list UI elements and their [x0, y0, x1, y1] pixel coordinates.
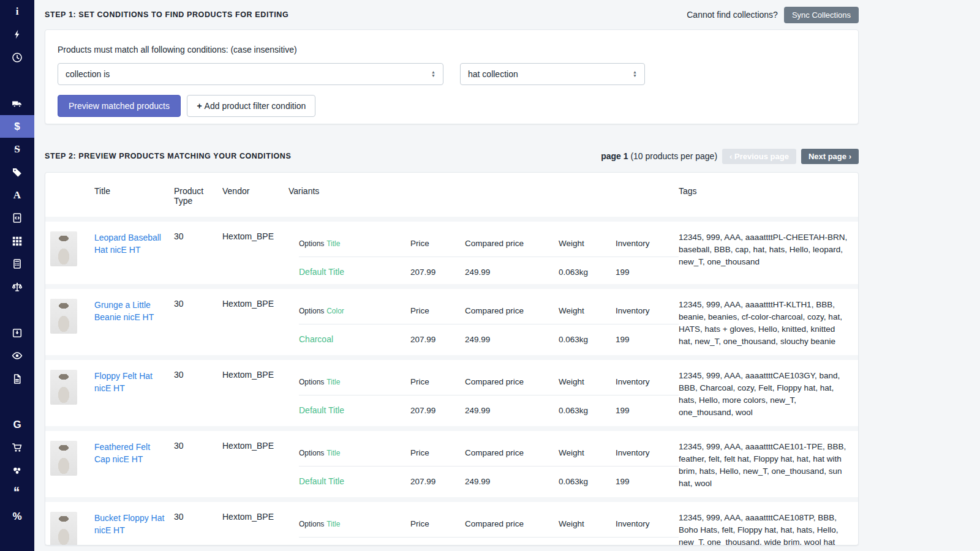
- variants-subtable: Options Title Price Compared price Weigh…: [288, 231, 679, 277]
- truck-icon: [12, 98, 23, 109]
- product-row: Grunge a Little Beanie nicE HT 30 Hextom…: [45, 284, 858, 355]
- sidebar-item-info[interactable]: i: [0, 0, 34, 23]
- sidebar-item-cart[interactable]: [0, 437, 34, 460]
- condition-value-value: hat collection: [468, 69, 518, 79]
- col-header-product-type: Product Type: [174, 186, 222, 206]
- sidebar-item-history[interactable]: [0, 46, 34, 69]
- document-icon: [12, 373, 23, 384]
- sidebar-item-apps-grid[interactable]: [0, 230, 34, 253]
- condition-field-select[interactable]: collection is ▲▼: [58, 63, 443, 85]
- product-vendor: Hextom_BPE: [222, 512, 288, 545]
- option-name: Title: [326, 520, 340, 528]
- chevron-right-icon: ›: [849, 152, 851, 161]
- product-tags: 12345, 999, AAA, aaaattttCAE101-TPE, BBB…: [679, 441, 859, 490]
- sidebar-item-integrations[interactable]: [0, 459, 34, 482]
- product-thumbnail[interactable]: [50, 299, 77, 334]
- conditions-card: Products must match all following condit…: [45, 29, 859, 124]
- app-root: i$SAG,,% STEP 1: SET CONDITIONS TO FIND …: [0, 0, 980, 551]
- sidebar-item-visibility[interactable]: [0, 345, 34, 368]
- select-stepper-icon: ▲▼: [431, 70, 435, 78]
- variants-header-row: Options Title Price Compared price Weigh…: [299, 239, 679, 257]
- previous-page-button[interactable]: ‹ Previous page: [722, 149, 796, 164]
- sidebar-item-testimonials[interactable]: ,,: [0, 482, 34, 506]
- preview-matched-products-button[interactable]: Preview matched products: [58, 95, 181, 117]
- product-title-link[interactable]: Feathered Felt Cap nicE HT: [94, 441, 174, 465]
- conditions-label: Products must match all following condit…: [58, 45, 846, 54]
- product-title-link[interactable]: Bucket Floppy Hat nicE HT: [94, 512, 174, 536]
- variant-row: Charcoal207.99249.990.063kg199: [299, 324, 679, 344]
- quotes-icon: ,,: [15, 487, 20, 500]
- calculator-icon: [12, 258, 23, 269]
- condition-value-select[interactable]: hat collection ▲▼: [460, 63, 645, 85]
- product-vendor: Hextom_BPE: [222, 441, 288, 490]
- sync-collections-button[interactable]: Sync Collections: [784, 7, 859, 23]
- page-indicator: page 1 (10 products per page): [601, 151, 717, 161]
- variants-header-row: Options Title Price Compared price Weigh…: [299, 448, 679, 467]
- sidebar-item-export[interactable]: [0, 321, 34, 345]
- sidebar-item-barcode[interactable]: [0, 391, 34, 414]
- scales-icon: [12, 282, 23, 293]
- sidebar-item-compare[interactable]: [0, 276, 34, 299]
- product-row: Leopard Baseball Hat nicE HT 30 Hextom_B…: [45, 217, 858, 284]
- product-type: 30: [174, 512, 222, 545]
- box-download-icon: [12, 328, 23, 339]
- variant-row: Default Title207.99249.990.063kg199: [299, 467, 679, 486]
- sidebar-item-quick-actions[interactable]: [0, 23, 34, 47]
- product-row: Floppy Felt Hat nicE HT 30 Hextom_BPE Op…: [45, 355, 858, 426]
- step2-header-bar: STEP 2: PREVIEW PRODUCTS MATCHING YOUR C…: [45, 141, 859, 171]
- product-thumbnail[interactable]: [50, 512, 77, 545]
- chevron-left-icon: ‹: [729, 152, 732, 161]
- app-sidebar: i$SAG,,%: [0, 0, 34, 551]
- product-title-link[interactable]: Floppy Felt Hat nicE HT: [94, 370, 174, 394]
- add-filter-condition-button[interactable]: +Add product filter condition: [187, 95, 315, 117]
- option-name: Color: [326, 307, 344, 315]
- sidebar-item-price-editor[interactable]: $: [0, 115, 34, 138]
- step2-title: STEP 2: PREVIEW PRODUCTS MATCHING YOUR C…: [45, 152, 291, 160]
- sync-help-text: Cannot find collections?: [687, 10, 778, 20]
- sidebar-item-tags[interactable]: [0, 161, 34, 184]
- eye-icon: [12, 350, 23, 361]
- product-tags: 12345, 999, AAA, aaaattttCAE103GY, band,…: [679, 370, 859, 419]
- main-area: STEP 1: SET CONDITIONS TO FIND PRODUCTS …: [34, 0, 980, 551]
- sidebar-item-discounts[interactable]: S: [0, 138, 34, 161]
- variants-subtable: Options Title Price Compared price Weigh…: [288, 441, 679, 490]
- sidebar-item-typography[interactable]: A: [0, 184, 34, 207]
- product-thumbnail[interactable]: [50, 370, 77, 405]
- sidebar-item-shipping[interactable]: [0, 92, 34, 115]
- select-stepper-icon: ▲▼: [633, 70, 637, 78]
- grid-icon: [12, 236, 23, 247]
- product-thumbnail[interactable]: [50, 441, 77, 476]
- products-table: Title Product Type Vendor Variants Tags …: [45, 172, 859, 545]
- dollar-icon: $: [14, 121, 20, 132]
- variants-subtable: Options Color Price Compared price Weigh…: [288, 299, 679, 348]
- step1-title: STEP 1: SET CONDITIONS TO FIND PRODUCTS …: [45, 10, 288, 19]
- next-page-button[interactable]: Next page ›: [801, 149, 859, 164]
- letter-a-icon: A: [13, 190, 21, 200]
- sidebar-item-google[interactable]: G: [0, 413, 34, 437]
- code-file-icon: [12, 212, 23, 223]
- google-icon: G: [13, 419, 21, 430]
- sidebar-item-code-file[interactable]: [0, 207, 34, 230]
- variants-subtable: Options Title Price Compared price Weigh…: [288, 370, 679, 419]
- product-type: 30: [174, 441, 222, 490]
- cart-icon: [12, 442, 23, 453]
- sidebar-item-percent[interactable]: %: [0, 505, 34, 528]
- product-row: Bucket Floppy Hat nicE HT 30 Hextom_BPE …: [45, 497, 858, 545]
- col-header-variants: Variants: [288, 186, 679, 206]
- option-name: Title: [326, 378, 340, 386]
- condition-field-value: collection is: [66, 69, 110, 79]
- product-type: 30: [174, 370, 222, 419]
- tag-icon: [12, 167, 23, 178]
- strikethrough-s-icon: S: [14, 144, 20, 154]
- variant-row: Default Title207.99249.990.063kg199: [299, 257, 679, 277]
- product-title-link[interactable]: Grunge a Little Beanie nicE HT: [94, 299, 174, 323]
- product-thumbnail[interactable]: [50, 231, 77, 266]
- product-vendor: Hextom_BPE: [222, 370, 288, 419]
- product-row: Feathered Felt Cap nicE HT 30 Hextom_BPE…: [45, 426, 858, 497]
- sidebar-item-pages[interactable]: [0, 367, 34, 391]
- sidebar-item-calculator[interactable]: [0, 253, 34, 276]
- col-header-vendor: Vendor: [222, 186, 288, 206]
- product-title-link[interactable]: Leopard Baseball Hat nicE HT: [94, 231, 174, 256]
- col-header-title: Title: [94, 186, 174, 206]
- variants-header-row: Options Title Price Compared price Weigh…: [299, 377, 679, 395]
